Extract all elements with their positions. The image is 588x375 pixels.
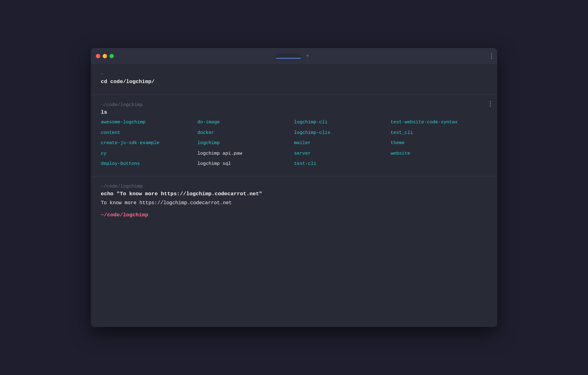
list-item: server	[294, 149, 391, 158]
terminal-block-3: ~/code/logchimp echo "To know more https…	[91, 176, 497, 226]
maximize-button[interactable]	[109, 54, 114, 58]
close-button[interactable]	[96, 54, 100, 58]
list-item: test-website-code-syntax	[391, 118, 488, 127]
traffic-lights	[96, 54, 114, 58]
list-item: test_cli	[391, 128, 488, 138]
list-item: do-image	[198, 118, 294, 127]
terminal-area: ~ cd code/logchimp/ ~/code/logchimp ls a…	[91, 64, 497, 327]
add-tab-button[interactable]: +	[303, 51, 312, 61]
prompt-path-3: ~/code/logchimp	[101, 184, 487, 189]
list-item: docker	[198, 128, 294, 138]
block-dot-1	[490, 101, 491, 102]
list-item: website	[391, 149, 488, 158]
menu-dot-2	[491, 55, 492, 57]
list-item: logchimp sql	[198, 159, 294, 169]
terminal-block-1: ~ cd code/logchimp/	[91, 64, 497, 95]
tab-bar: +	[276, 51, 312, 61]
list-item: content	[101, 128, 198, 138]
list-item: theme	[391, 139, 488, 148]
active-tab[interactable]	[276, 54, 301, 59]
list-item: logchimp	[198, 139, 294, 148]
command-cd: cd code/logchimp/	[101, 79, 487, 85]
menu-dot-3	[491, 58, 492, 59]
list-item: create-js-sdk-example	[101, 139, 198, 148]
block-dot-3	[490, 105, 491, 107]
titlebar-menu-button[interactable]	[491, 53, 492, 59]
list-item: cy	[101, 149, 198, 158]
list-item: awesome-logchimp	[101, 118, 198, 127]
list-item: logchimp api.paw	[198, 149, 294, 158]
list-item: logchimp-clis	[294, 128, 391, 138]
menu-dot-1	[491, 53, 492, 55]
list-item: logchimp-cli	[294, 118, 391, 127]
terminal-window: + ~ cd code/logchimp/ ~/code/logchimp ls…	[91, 48, 497, 327]
active-prompt: ~/code/logchimp	[101, 212, 487, 218]
prompt-tilde: ~	[101, 72, 487, 77]
titlebar: +	[91, 48, 497, 64]
block-options-button[interactable]	[490, 101, 491, 107]
terminal-block-2: ~/code/logchimp ls awesome-logchimp do-i…	[91, 95, 497, 176]
command-ls: ls	[101, 109, 487, 115]
list-item	[391, 159, 488, 169]
block-dot-2	[490, 103, 491, 104]
minimize-button[interactable]	[103, 54, 107, 58]
list-item: test-cli	[294, 159, 391, 169]
ls-output: awesome-logchimp do-image logchimp-cli t…	[101, 118, 487, 169]
command-echo: echo "To know more https://logchimp.code…	[101, 191, 487, 197]
echo-output: To know more https://logchimp.codecarrot…	[101, 199, 487, 207]
list-item: deploy-buttons	[101, 159, 198, 169]
list-item: mailer	[294, 139, 391, 148]
prompt-path-2: ~/code/logchimp	[101, 102, 487, 108]
